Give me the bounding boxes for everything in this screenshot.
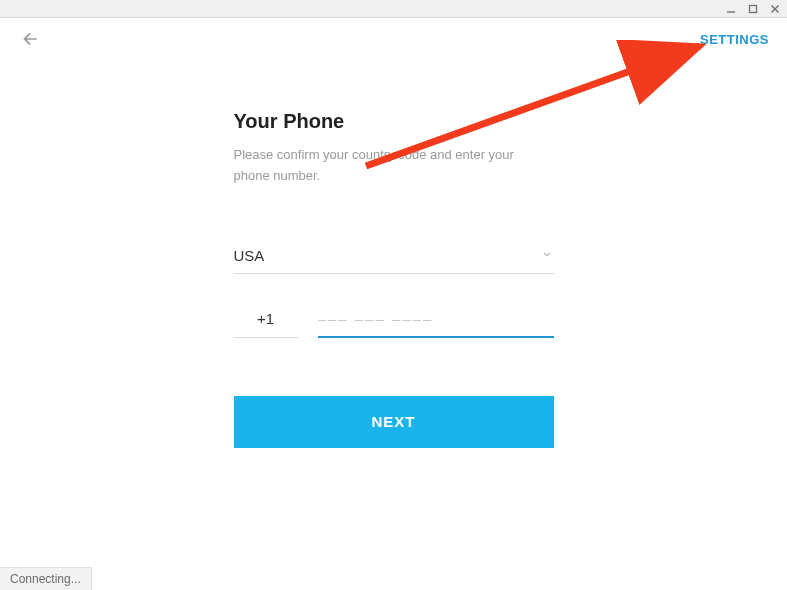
country-selected-label: USA <box>234 247 265 264</box>
window-close-button[interactable] <box>767 2 783 16</box>
connection-status: Connecting... <box>0 567 92 590</box>
phone-number-wrap <box>318 310 554 338</box>
svg-rect-1 <box>750 5 757 12</box>
dial-code-field[interactable]: +1 <box>234 310 298 338</box>
chevron-down-icon <box>540 247 554 265</box>
app-header: SETTINGS <box>0 18 787 60</box>
page-title: Your Phone <box>234 110 554 133</box>
page-subtitle: Please confirm your country code and ent… <box>234 145 554 187</box>
country-selector[interactable]: USA <box>234 247 554 274</box>
arrow-left-icon <box>20 29 40 49</box>
phone-input-row: +1 <box>234 310 554 338</box>
login-form: Your Phone Please confirm your country c… <box>234 110 554 448</box>
phone-number-input[interactable] <box>318 310 554 327</box>
window-titlebar <box>0 0 787 18</box>
window-maximize-button[interactable] <box>745 2 761 16</box>
window-minimize-button[interactable] <box>723 2 739 16</box>
settings-link[interactable]: SETTINGS <box>700 32 769 47</box>
back-button[interactable] <box>18 27 42 51</box>
next-button[interactable]: NEXT <box>234 396 554 448</box>
dial-code-value: +1 <box>257 310 274 327</box>
